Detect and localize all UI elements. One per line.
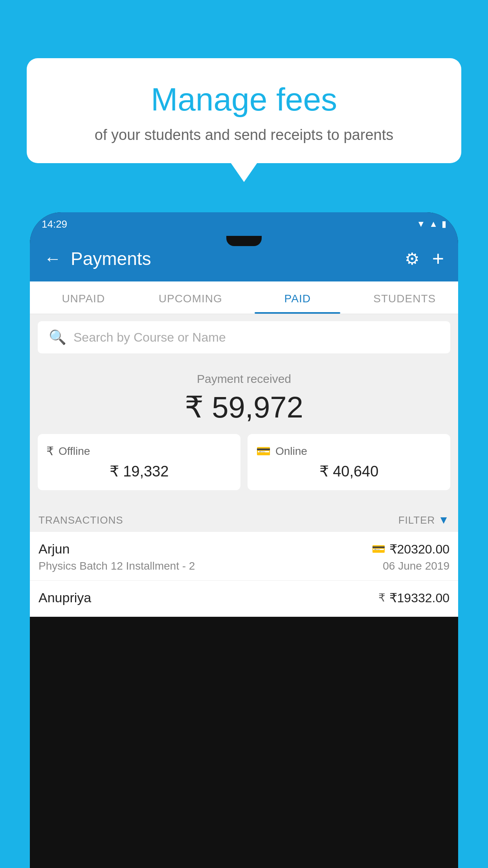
speech-bubble-title: Manage fees <box>42 82 446 117</box>
search-input[interactable]: Search by Course or Name <box>73 330 226 345</box>
phone-notch <box>226 236 262 246</box>
transaction-top: Arjun 💳 ₹20320.00 <box>39 541 449 557</box>
search-bar[interactable]: 🔍 Search by Course or Name <box>38 321 450 353</box>
tab-students[interactable]: STUDENTS <box>351 281 459 314</box>
transaction-amount-wrap: ₹ ₹19332.00 <box>378 590 449 605</box>
transaction-name: Anupriya <box>39 590 91 605</box>
tab-upcoming[interactable]: UPCOMING <box>137 281 244 314</box>
online-payment-card: 💳 Online ₹ 40,640 <box>248 434 450 490</box>
speech-bubble-card: Manage fees of your students and send re… <box>27 58 461 163</box>
transaction-amount: ₹20320.00 <box>389 542 449 557</box>
speech-bubble-subtitle: of your students and send receipts to pa… <box>42 127 446 143</box>
header-title: Payments <box>71 248 151 269</box>
online-icon: 💳 <box>256 444 271 458</box>
online-amount: ₹ 40,640 <box>256 463 442 480</box>
tab-unpaid[interactable]: UNPAID <box>30 281 137 314</box>
offline-label: ₹ Offline <box>46 444 232 458</box>
battery-icon: ▮ <box>442 219 446 229</box>
phone-frame: 14:29 ▼ ▲ ▮ ← Payments ⚙ + UNPAID UPCOMI… <box>30 212 458 868</box>
add-button[interactable]: + <box>432 247 444 270</box>
transaction-amount-wrap: 💳 ₹20320.00 <box>372 542 449 557</box>
payment-total-amount: ₹ 59,972 <box>30 390 458 425</box>
settings-button[interactable]: ⚙ <box>405 249 420 268</box>
offline-payment-icon: ₹ <box>378 591 385 604</box>
transaction-row[interactable]: Anupriya ₹ ₹19332.00 <box>30 581 458 617</box>
phone-body: 🔍 Search by Course or Name Payment recei… <box>30 314 458 617</box>
header-right: ⚙ + <box>405 247 444 270</box>
status-time: 14:29 <box>42 218 67 230</box>
search-icon: 🔍 <box>49 329 66 346</box>
filter-button[interactable]: FILTER ▼ <box>398 514 449 526</box>
transaction-amount: ₹19332.00 <box>389 590 449 605</box>
header-left: ← Payments <box>44 248 151 269</box>
transactions-label: TRANSACTIONS <box>39 514 123 526</box>
payment-received-label: Payment received <box>30 372 458 386</box>
transaction-name: Arjun <box>39 541 70 557</box>
transactions-header: TRANSACTIONS FILTER ▼ <box>30 508 458 532</box>
payment-cards: ₹ Offline ₹ 19,332 💳 Online ₹ 40,640 <box>30 434 458 500</box>
transaction-bottom: Physics Batch 12 Installment - 2 06 June… <box>39 560 449 572</box>
payment-summary: Payment received ₹ 59,972 ₹ Offline ₹ 19… <box>30 360 458 508</box>
online-label: 💳 Online <box>256 444 442 458</box>
transaction-date: 06 June 2019 <box>383 560 449 572</box>
offline-payment-card: ₹ Offline ₹ 19,332 <box>38 434 240 490</box>
status-bar: 14:29 ▼ ▲ ▮ <box>30 212 458 236</box>
back-button[interactable]: ← <box>44 249 61 268</box>
offline-amount: ₹ 19,332 <box>46 463 232 480</box>
filter-icon: ▼ <box>438 514 449 526</box>
signal-icon: ▲ <box>429 219 438 229</box>
offline-icon: ₹ <box>46 444 54 458</box>
transaction-top: Anupriya ₹ ₹19332.00 <box>39 590 449 605</box>
online-payment-icon: 💳 <box>372 542 385 555</box>
wifi-icon: ▼ <box>416 219 425 229</box>
tabs-bar: UNPAID UPCOMING PAID STUDENTS <box>30 281 458 314</box>
status-icons: ▼ ▲ ▮ <box>416 219 446 229</box>
transaction-course: Physics Batch 12 Installment - 2 <box>39 560 195 572</box>
tab-paid[interactable]: PAID <box>244 281 351 314</box>
transaction-row[interactable]: Arjun 💳 ₹20320.00 Physics Batch 12 Insta… <box>30 532 458 581</box>
